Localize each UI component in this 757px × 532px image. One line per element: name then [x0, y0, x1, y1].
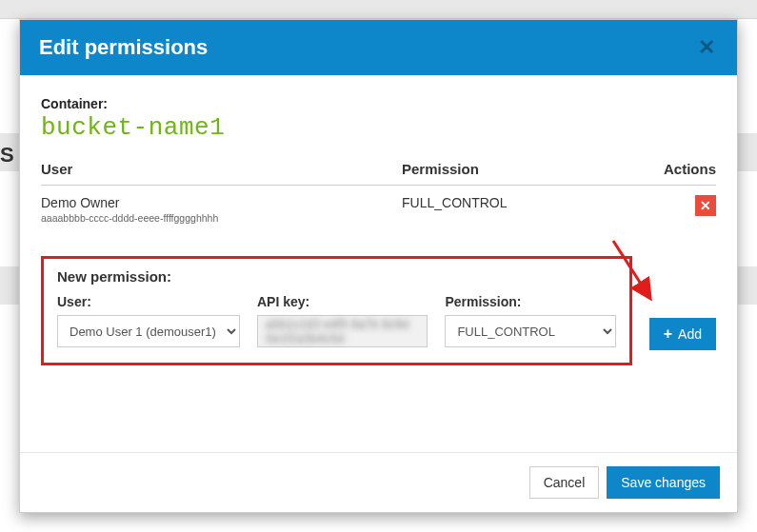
- col-header-actions: Actions: [649, 155, 716, 186]
- dialog-title: Edit permissions: [39, 35, 208, 60]
- field-permission: Permission: FULL_CONTROL: [445, 294, 615, 347]
- field-user: User: Demo User 1 (demouser1): [57, 294, 240, 347]
- api-key-label: API key:: [257, 294, 428, 309]
- save-button-label: Save changes: [621, 475, 706, 490]
- plus-icon: +: [664, 326, 672, 342]
- row-user-id: aaaabbbb-cccc-dddd-eeee-ffffgggghhhh: [41, 212, 402, 224]
- user-select[interactable]: Demo User 1 (demouser1): [57, 315, 240, 347]
- close-button[interactable]: ✕: [695, 36, 718, 59]
- background-header: [0, 0, 757, 19]
- permissions-table: User Permission Actions Demo Owner aaaab…: [41, 155, 716, 231]
- col-header-permission: Permission: [402, 155, 649, 186]
- permission-label: Permission:: [445, 294, 615, 309]
- new-permission-area: New permission: User: Demo User 1 (demou…: [41, 256, 716, 365]
- container-label: Container:: [41, 96, 716, 111]
- container-name: bucket-name1: [41, 113, 716, 142]
- add-button[interactable]: + Add: [649, 318, 716, 350]
- new-permission-title: New permission:: [57, 268, 616, 285]
- row-permission: FULL_CONTROL: [402, 186, 649, 232]
- new-permission-box: New permission: User: Demo User 1 (demou…: [41, 256, 632, 365]
- dialog-header: Edit permissions ✕: [20, 20, 737, 75]
- api-key-display: a0b1c2d3 e4f5 6a7b 8c9d 0e1f2a3b4c5d: [257, 315, 428, 347]
- delete-icon: ✕: [700, 198, 711, 213]
- delete-permission-button[interactable]: ✕: [695, 195, 716, 216]
- table-row: Demo Owner aaaabbbb-cccc-dddd-eeee-ffffg…: [41, 186, 716, 232]
- field-api-key: API key: a0b1c2d3 e4f5 6a7b 8c9d 0e1f2a3…: [257, 294, 428, 347]
- close-icon: ✕: [698, 35, 715, 60]
- save-changes-button[interactable]: Save changes: [607, 466, 720, 499]
- edit-permissions-dialog: Edit permissions ✕ Container: bucket-nam…: [19, 19, 738, 513]
- row-user-name: Demo Owner: [41, 195, 402, 210]
- add-button-label: Add: [678, 326, 702, 342]
- col-header-user: User: [41, 155, 402, 186]
- background-page-title: S: [0, 143, 14, 167]
- dialog-footer: Cancel Save changes: [20, 452, 737, 512]
- cancel-button[interactable]: Cancel: [529, 466, 600, 499]
- cancel-button-label: Cancel: [544, 475, 586, 490]
- dialog-body: Container: bucket-name1 User Permission …: [20, 75, 737, 452]
- user-label: User:: [57, 294, 240, 309]
- permission-select[interactable]: FULL_CONTROL: [445, 315, 615, 347]
